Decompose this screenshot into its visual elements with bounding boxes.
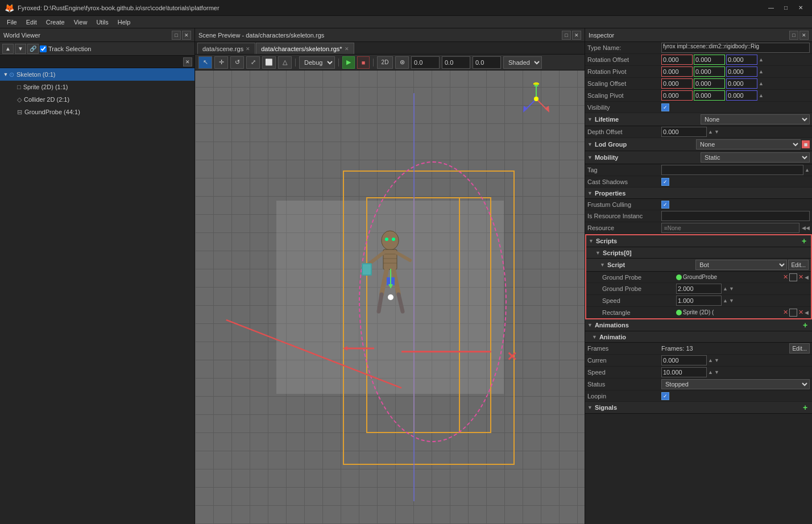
animations-add-button[interactable]: +	[801, 321, 810, 330]
tag-input[interactable]	[661, 165, 803, 175]
depth-offset-down[interactable]: ▼	[714, 129, 719, 135]
menu-view[interactable]: View	[69, 18, 92, 27]
lifetime-section[interactable]: ▼ Lifetime None	[585, 113, 812, 126]
maximize-button[interactable]: □	[779, 2, 793, 14]
play-button[interactable]: ▶	[342, 56, 355, 69]
ground-probe-x1[interactable]: ✕	[783, 273, 788, 281]
mobility-select[interactable]: Static	[701, 152, 810, 163]
tree-item-collider[interactable]: ◇ Collider 2D (2:1)	[0, 93, 194, 106]
script-select[interactable]: Bot	[695, 260, 787, 270]
menu-help[interactable]: Help	[113, 18, 135, 27]
scaling-pivot-expand[interactable]: ▲	[759, 93, 764, 98]
frustum-culling-checkbox[interactable]	[661, 201, 669, 209]
ground-probe2-up[interactable]: ▲	[723, 286, 728, 292]
scaling-pivot-x[interactable]	[661, 90, 693, 101]
depth-offset-up[interactable]: ▲	[708, 129, 713, 135]
wv-float-button[interactable]: □	[172, 31, 181, 40]
speed-up[interactable]: ▲	[723, 298, 728, 303]
scaling-offset-x[interactable]	[661, 78, 693, 89]
insp-float-button[interactable]: □	[789, 31, 798, 40]
wv-close-button[interactable]: ✕	[182, 31, 191, 40]
scaling-pivot-z[interactable]	[726, 90, 757, 101]
ground-probe-arr[interactable]: ◀	[805, 275, 809, 280]
tree-item-sprite[interactable]: □ Sprite (2D) (1:1)	[0, 81, 194, 93]
animation-sub-section[interactable]: ▼ Animatio	[585, 331, 812, 343]
wv-move-up-button[interactable]: ▲	[2, 44, 14, 54]
scripts-header[interactable]: ▼ Scripts +	[586, 235, 811, 247]
rectangle-x1[interactable]: ✕	[783, 309, 788, 316]
menu-edit[interactable]: Edit	[22, 18, 42, 27]
status-select[interactable]: Stopped	[661, 379, 810, 389]
rectangle-x2[interactable]: ✕	[798, 309, 803, 316]
rotation-pivot-x[interactable]	[661, 66, 693, 77]
z-field[interactable]	[473, 56, 501, 69]
anim-speed-down[interactable]: ▼	[714, 369, 719, 375]
properties-section[interactable]: ▼ Properties	[585, 188, 812, 199]
y-field[interactable]	[442, 56, 470, 69]
wv-link-button[interactable]: 🔗	[27, 44, 39, 54]
current-input[interactable]	[661, 355, 707, 365]
scripts-add-button[interactable]: +	[799, 236, 809, 246]
rectangle-arr[interactable]: ◀	[805, 310, 809, 315]
scaling-offset-y[interactable]	[694, 78, 725, 89]
mode-2d-button[interactable]: 2D	[377, 56, 393, 69]
speed-down[interactable]: ▼	[729, 298, 734, 303]
menu-file[interactable]: File	[2, 18, 22, 27]
tool-terrain[interactable]: △	[278, 56, 292, 69]
visibility-checkbox[interactable]	[661, 103, 669, 111]
stop-button[interactable]: ■	[357, 56, 370, 69]
resource-expand[interactable]: ◀◀	[802, 225, 810, 231]
scaling-pivot-y[interactable]	[694, 90, 725, 101]
tab-skeleton-rgs[interactable]: data/characters/skeleton.rgs* ✕	[256, 43, 354, 54]
rotation-pivot-y[interactable]	[694, 66, 725, 77]
animations-section[interactable]: ▼ Animations +	[585, 319, 812, 331]
debug-select[interactable]: Debug	[299, 56, 335, 69]
mobility-section[interactable]: ▼ Mobility Static	[585, 151, 812, 164]
close-button[interactable]: ✕	[794, 2, 807, 14]
wv-move-down-button[interactable]: ▼	[15, 44, 26, 54]
ground-probe2-down[interactable]: ▼	[729, 286, 734, 292]
menu-utils[interactable]: Utils	[92, 18, 113, 27]
signals-section[interactable]: ▼ Signals +	[585, 402, 812, 414]
anim-speed-input[interactable]	[661, 367, 707, 377]
tab-scene-rgs[interactable]: data/scene.rgs ✕	[197, 43, 255, 54]
lod-group-section[interactable]: ▼ Lod Group None ■	[585, 138, 812, 151]
search-close-button[interactable]: ✕	[183, 57, 192, 66]
sp-close-button[interactable]: ✕	[572, 31, 581, 40]
current-down[interactable]: ▼	[714, 357, 719, 363]
menu-create[interactable]: Create	[42, 18, 69, 27]
track-selection-label[interactable]: Track Selection	[40, 45, 91, 52]
track-selection-checkbox[interactable]	[40, 45, 47, 52]
rotation-pivot-z[interactable]	[726, 66, 757, 77]
lod-select[interactable]: None	[696, 139, 801, 149]
current-up[interactable]: ▲	[708, 357, 713, 363]
minimize-button[interactable]: —	[764, 2, 778, 14]
sp-float-button[interactable]: □	[562, 31, 571, 40]
tab-close-icon[interactable]: ✕	[345, 46, 349, 52]
ground-probe2-input[interactable]	[676, 284, 722, 294]
search-input[interactable]	[2, 59, 183, 65]
speed-input[interactable]	[676, 296, 722, 306]
tree-item-groundprobe[interactable]: ⊟ GroundProbe (44:1)	[0, 106, 194, 118]
tag-expand[interactable]: ▲	[805, 167, 810, 173]
signals-add-button[interactable]: +	[801, 403, 810, 412]
tree-item-skeleton[interactable]: ▼ ⊙ Skeleton (0:1)	[0, 68, 194, 81]
rotation-offset-x[interactable]	[661, 55, 693, 65]
tool-move[interactable]: ✛	[214, 56, 228, 69]
frames-edit-button[interactable]: Edit...	[789, 343, 810, 354]
rotation-offset-expand[interactable]: ▲	[759, 57, 764, 63]
insp-close-button[interactable]: ✕	[799, 31, 809, 40]
is-resource-input[interactable]	[661, 211, 810, 221]
ground-probe-x2[interactable]: ✕	[798, 273, 803, 281]
tool-select[interactable]: ↖	[198, 56, 212, 69]
x-field[interactable]	[411, 56, 440, 69]
tool-rect[interactable]: ⬜	[262, 56, 276, 69]
scene-canvas[interactable]: ✕	[195, 70, 585, 524]
tool-scale[interactable]: ⤢	[246, 56, 260, 69]
lod-marker[interactable]: ■	[802, 140, 810, 148]
scaling-offset-expand[interactable]: ▲	[759, 81, 764, 86]
view-mode-select[interactable]: Shaded	[503, 56, 542, 69]
tool-rotate[interactable]: ↺	[230, 56, 244, 69]
scripts0-header[interactable]: ▼ Scripts[0]	[586, 247, 811, 259]
lifetime-select[interactable]: None	[701, 114, 810, 124]
